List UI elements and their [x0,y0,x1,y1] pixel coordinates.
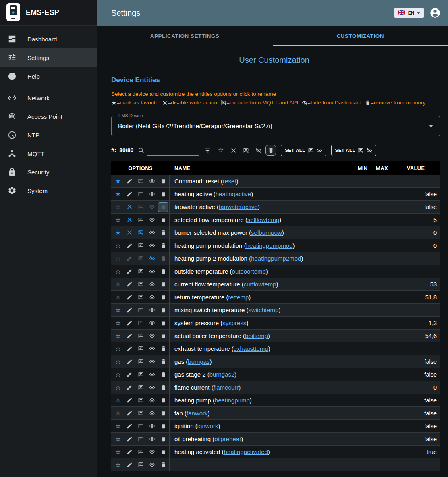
exclude-mqtt-toggle[interactable] [135,331,146,341]
entity-shortname-link[interactable]: burngas2 [209,371,235,378]
remove-memory-toggle[interactable] [158,202,168,212]
remove-memory-toggle[interactable] [158,357,169,367]
favorite-toggle[interactable]: ☆ [112,241,124,251]
remove-memory-toggle[interactable] [158,344,169,354]
entity-shortname-link[interactable]: heatingpumpmod [246,242,293,249]
rename-write-toggle[interactable] [124,331,135,341]
search-input[interactable] [147,145,199,156]
remove-memory-toggle[interactable] [158,408,169,419]
sidebar-item-settings[interactable]: Settings [0,48,97,67]
remove-memory-toggle[interactable] [158,279,169,290]
favorite-toggle[interactable]: ☆ [112,292,124,303]
favorite-toggle[interactable]: ☆ [112,331,124,341]
hide-dashboard-toggle[interactable] [146,279,158,290]
rename-write-toggle[interactable] [124,202,135,212]
hide-dashboard-toggle[interactable] [146,344,158,354]
hide-dashboard-toggle[interactable] [146,215,158,225]
favorite-toggle[interactable]: ☆ [112,215,124,225]
entity-shortname-link[interactable]: rettemp [228,294,249,301]
favorite-toggle[interactable]: ☆ [112,344,124,354]
remove-memory-toggle[interactable] [158,395,169,406]
remove-memory-toggle[interactable] [158,305,169,315]
hide-dashboard-toggle[interactable] [146,241,158,251]
exclude-mqtt-toggle[interactable] [135,215,146,225]
favorite-toggle[interactable]: ☆ [112,357,124,367]
rename-write-toggle[interactable] [124,382,135,393]
rename-write-toggle[interactable] [124,215,135,225]
exclude-mqtt-toggle[interactable] [135,460,146,470]
exclude-mqtt-toggle[interactable] [135,395,146,406]
hide-dashboard-toggle[interactable] [146,434,158,444]
tab-customization[interactable]: CUSTOMIZATION [273,26,448,46]
exclude-mqtt-toggle[interactable] [135,421,146,431]
entity-shortname-link[interactable]: syspress [222,319,246,326]
rename-write-toggle[interactable] [124,395,135,406]
favorite-toggle[interactable]: ☆ [112,318,124,328]
rename-write-toggle[interactable] [124,357,135,367]
hide-dashboard-toggle[interactable] [146,331,158,341]
rename-write-toggle[interactable] [124,253,135,264]
rename-write-toggle[interactable] [124,460,135,470]
remove-memory-toggle[interactable] [158,215,169,225]
remove-memory-toggle[interactable] [158,382,169,393]
exclude-mqtt-toggle[interactable] [135,305,146,315]
exclude-mqtt-toggle[interactable] [135,266,146,277]
hide-dashboard-toggle[interactable] [146,460,158,470]
set-all-hide-button[interactable]: SET ALL [331,145,376,156]
entity-shortname-link[interactable]: exhausttemp [234,345,268,352]
sidebar-item-security[interactable]: Security [0,163,97,181]
hide-dashboard-toggle[interactable] [146,228,158,238]
exclude-mqtt-toggle[interactable] [135,447,146,457]
hide-dashboard-toggle[interactable] [146,318,158,328]
rename-write-toggle[interactable] [124,434,135,444]
rename-write-toggle[interactable] [124,369,135,380]
entity-shortname-link[interactable]: fanwork [187,410,208,417]
rename-write-toggle[interactable] [124,189,135,199]
remove-memory-toggle[interactable] [158,266,169,277]
entity-shortname-link[interactable]: selflowtemp [247,216,279,223]
remove-memory-toggle[interactable] [158,292,169,303]
exclude-mqtt-toggle[interactable] [135,408,146,419]
exclude-mqtt-toggle[interactable] [135,434,146,444]
remove-memory-toggle[interactable] [158,189,169,199]
hide-dashboard-toggle[interactable] [146,369,158,380]
entity-shortname-link[interactable]: ignwork [197,423,218,429]
hide-dashboard-toggle[interactable] [146,382,158,393]
entity-shortname-link[interactable]: curflowtemp [244,281,276,288]
entity-shortname-link[interactable]: heatingactive [216,191,251,197]
remove-memory-toggle[interactable] [158,421,169,431]
remove-memory-toggle[interactable] [158,228,169,238]
filter-disable-write-toggle[interactable] [228,145,239,156]
hide-dashboard-toggle[interactable] [146,421,158,431]
filter-favorite-toggle[interactable]: ☆ [216,145,226,156]
exclude-mqtt-toggle[interactable] [135,228,146,238]
hide-dashboard-toggle[interactable] [146,253,158,264]
filter-hide-toggle[interactable] [253,145,263,156]
remove-memory-toggle[interactable] [158,253,169,264]
hide-dashboard-toggle[interactable] [146,408,158,419]
rename-write-toggle[interactable] [124,228,135,238]
rename-write-toggle[interactable] [124,421,135,431]
remove-memory-toggle[interactable] [158,369,169,380]
sidebar-item-access-point[interactable]: Access Point [0,107,97,126]
rename-write-toggle[interactable] [124,266,135,277]
sidebar-item-system[interactable]: System [0,181,97,200]
favorite-toggle[interactable]: ☆ [112,421,124,431]
sidebar-item-ntp[interactable]: NTP [0,126,97,144]
favorite-toggle[interactable]: ☆ [112,253,124,264]
sidebar-item-network[interactable]: Network [0,89,97,107]
favorite-toggle[interactable]: ★ [112,228,124,238]
remove-memory-toggle[interactable] [158,447,169,457]
hide-dashboard-toggle[interactable] [146,202,158,212]
exclude-mqtt-toggle[interactable] [135,241,146,251]
entity-shortname-link[interactable]: heatingpump2mod [251,255,301,262]
sidebar-item-dashboard[interactable]: Dashboard [0,30,97,48]
favorite-toggle[interactable]: ☆ [112,202,124,212]
favorite-toggle[interactable]: ☆ [112,408,124,419]
exclude-mqtt-toggle[interactable] [135,382,146,393]
entity-shortname-link[interactable]: selburnpow [251,229,282,236]
favorite-toggle[interactable]: ☆ [112,434,124,444]
entity-shortname-link[interactable]: tapwateractive [219,203,258,210]
hide-dashboard-toggle[interactable] [146,395,158,406]
filter-exclude-mqtt-toggle[interactable] [241,145,251,156]
